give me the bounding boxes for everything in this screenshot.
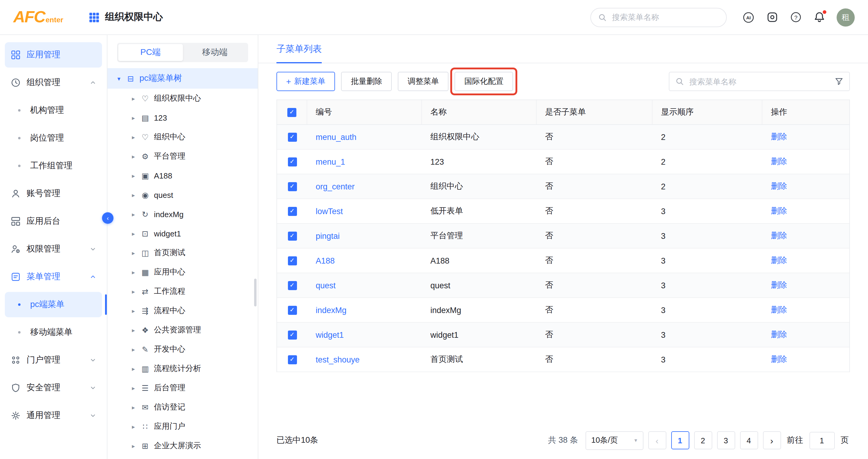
tree-item[interactable]: 流程中心 <box>107 301 258 320</box>
row-delete-link[interactable]: 删除 <box>771 354 787 365</box>
row-checkbox[interactable] <box>288 231 297 240</box>
tree-item[interactable]: quest <box>107 185 258 204</box>
caret-right-icon[interactable] <box>130 134 136 140</box>
help-icon[interactable]: ? <box>789 11 802 23</box>
tree-item[interactable]: 首页测试 <box>107 243 258 262</box>
caret-right-icon[interactable] <box>130 230 136 237</box>
caret-right-icon[interactable] <box>130 346 136 353</box>
row-code-link[interactable]: test_shouye <box>316 355 360 364</box>
tree-item[interactable]: 开发中心 <box>107 339 258 359</box>
caret-right-icon[interactable] <box>130 211 136 218</box>
caret-right-icon[interactable] <box>130 192 136 198</box>
row-delete-link[interactable]: 删除 <box>771 156 787 167</box>
row-checkbox[interactable] <box>288 330 297 339</box>
row-delete-link[interactable]: 删除 <box>771 230 787 241</box>
caret-right-icon[interactable] <box>130 288 136 295</box>
row-delete-link[interactable]: 删除 <box>771 329 787 340</box>
sidebar-item-permission-management[interactable]: 权限管理 <box>5 236 102 262</box>
adjust-menu-button[interactable]: 调整菜单 <box>398 72 448 91</box>
row-code-link[interactable]: A188 <box>316 256 335 265</box>
tree-item[interactable]: 信访登记 <box>107 397 258 417</box>
row-code-link[interactable]: menu_auth <box>316 132 356 141</box>
tree-item[interactable]: A188 <box>107 166 258 185</box>
next-page-button[interactable] <box>763 431 781 449</box>
tree-item[interactable]: 企业大屏演示 <box>107 436 258 455</box>
caret-right-icon[interactable] <box>130 269 136 275</box>
tab-submenu-list[interactable]: 子菜单列表 <box>276 35 322 63</box>
tree-item[interactable]: 应用中心 <box>107 262 258 282</box>
tree-item[interactable]: widget1 <box>107 224 258 243</box>
tree-item[interactable]: 组织权限中心 <box>107 89 258 108</box>
prev-page-button[interactable] <box>648 431 666 449</box>
sidebar-item-org-management[interactable]: 组织管理 <box>5 70 102 95</box>
table-search[interactable] <box>669 72 850 91</box>
sidebar-item-security-management[interactable]: 安全管理 <box>5 375 102 400</box>
sidebar-item-workgroup-management[interactable]: 工作组管理 <box>5 153 102 178</box>
tree-item[interactable]: 工作流程 <box>107 282 258 301</box>
page-button-3[interactable]: 3 <box>717 431 735 449</box>
row-checkbox[interactable] <box>288 206 297 216</box>
row-checkbox[interactable] <box>288 305 297 315</box>
caret-right-icon[interactable] <box>130 95 136 102</box>
sidebar-item-app-management[interactable]: 应用管理 <box>5 42 102 68</box>
tree-item[interactable]: 后台管理 <box>107 378 258 397</box>
row-code-link[interactable]: quest <box>316 281 336 290</box>
page-button-4[interactable]: 4 <box>740 431 758 449</box>
row-delete-link[interactable]: 删除 <box>771 181 787 192</box>
row-code-link[interactable]: org_center <box>316 182 354 191</box>
page-button-2[interactable]: 2 <box>694 431 712 449</box>
plugin-icon[interactable] <box>766 11 778 23</box>
caret-right-icon[interactable] <box>130 365 136 372</box>
goto-page-input[interactable] <box>809 432 835 449</box>
sidebar-item-position-management[interactable]: 岗位管理 <box>5 126 102 151</box>
row-delete-link[interactable]: 删除 <box>771 304 787 316</box>
sidebar-item-pc-menu[interactable]: pc端菜单 <box>5 292 102 317</box>
caret-right-icon[interactable] <box>130 250 136 256</box>
sidebar-item-menu-management[interactable]: 菜单管理 <box>5 264 102 290</box>
i18n-config-button[interactable]: 国际化配置 <box>455 72 513 91</box>
table-search-input[interactable] <box>688 76 831 87</box>
row-code-link[interactable]: indexMg <box>316 305 346 315</box>
caret-right-icon[interactable] <box>130 172 136 179</box>
page-button-1[interactable]: 1 <box>671 431 689 449</box>
sidebar-item-general-management[interactable]: 通用管理 <box>5 403 102 428</box>
caret-right-icon[interactable] <box>130 442 136 449</box>
global-search-input[interactable] <box>611 12 719 22</box>
caret-right-icon[interactable] <box>130 153 136 160</box>
sidebar-collapse-button[interactable] <box>102 212 114 224</box>
row-checkbox[interactable] <box>288 132 297 141</box>
page-size-select[interactable]: 10条/页 <box>585 431 643 450</box>
row-code-link[interactable]: menu_1 <box>316 157 345 166</box>
tree-item[interactable]: indexMg <box>107 204 258 224</box>
tree-root-item[interactable]: pc端菜单树 <box>107 68 258 89</box>
batch-delete-button[interactable]: 批量删除 <box>341 72 392 91</box>
tree-item[interactable]: 123 <box>107 108 258 127</box>
filter-funnel-icon[interactable] <box>835 77 843 86</box>
caret-right-icon[interactable] <box>130 114 136 121</box>
row-checkbox[interactable] <box>288 182 297 191</box>
ai-assistant-icon[interactable]: AI <box>742 11 754 23</box>
select-all-checkbox[interactable] <box>287 108 297 117</box>
new-menu-button[interactable]: + 新建菜单 <box>276 72 335 91</box>
afcenter-logo[interactable]: AFC enter <box>13 8 63 27</box>
row-delete-link[interactable]: 删除 <box>771 280 787 291</box>
row-checkbox[interactable] <box>288 256 297 265</box>
tree-item[interactable]: 应用门户 <box>107 417 258 436</box>
user-avatar[interactable]: 租 <box>837 8 855 26</box>
row-delete-link[interactable]: 删除 <box>771 131 787 142</box>
row-checkbox[interactable] <box>288 355 297 364</box>
tree-item[interactable]: 组织中心 <box>107 127 258 146</box>
tree-item[interactable]: 流程统计分析 <box>107 359 258 378</box>
caret-right-icon[interactable] <box>130 404 136 411</box>
global-search[interactable] <box>590 7 727 27</box>
row-checkbox[interactable] <box>288 281 297 290</box>
sidebar-item-app-backend[interactable]: 应用后台 <box>5 209 102 234</box>
sidebar-item-account-management[interactable]: 账号管理 <box>5 181 102 206</box>
tree-item[interactable]: 平台管理 <box>107 146 258 166</box>
sidebar-item-portal-management[interactable]: 门户管理 <box>5 348 102 373</box>
tree-item[interactable]: 公共资源管理 <box>107 320 258 339</box>
caret-right-icon[interactable] <box>130 327 136 333</box>
caret-right-icon[interactable] <box>130 423 136 430</box>
row-code-link[interactable]: pingtai <box>316 231 340 240</box>
row-code-link[interactable]: widget1 <box>316 330 344 339</box>
